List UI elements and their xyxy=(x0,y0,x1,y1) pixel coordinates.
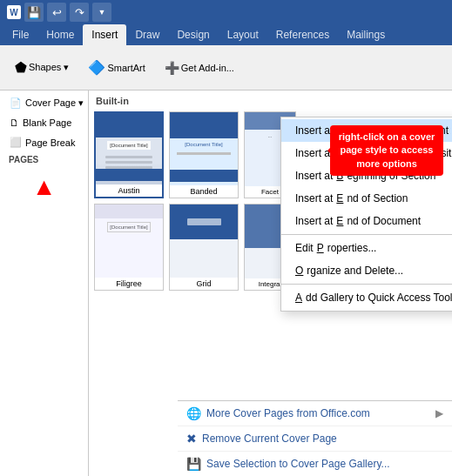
save-selection-item[interactable]: 💾 Save Selection to Cover Page Gallery..… xyxy=(178,452,452,476)
gallery-area: Built-in [Document Title] Austin [Docume… xyxy=(89,91,452,476)
more-pages-label: More Cover Pages from Office.com xyxy=(206,407,370,419)
grid-title-line xyxy=(187,218,221,225)
undo-button[interactable]: ↩ xyxy=(47,3,66,22)
austin-title: [Document Title] xyxy=(107,141,150,150)
filigree-label: Filigree xyxy=(95,278,163,290)
ctx-add-gallery[interactable]: Add Gallery to Quick Access Toolbar xyxy=(281,286,452,309)
facet-title: ... xyxy=(268,133,272,138)
blank-page-button[interactable]: 🗋 Blank Page xyxy=(3,114,84,131)
arrow-indicator: ▲ xyxy=(3,175,84,199)
tab-design[interactable]: Design xyxy=(168,24,218,45)
get-addins-button[interactable]: ➕ Get Add-in... xyxy=(157,57,242,79)
austin-label: Austin xyxy=(96,184,162,197)
cover-thumb-grid[interactable]: Grid xyxy=(169,204,239,291)
remove-icon: ✖ xyxy=(186,432,197,446)
banded-line xyxy=(177,152,231,155)
tooltip-text: right-click on a cover page style to acc… xyxy=(339,131,435,169)
remove-cover-page-item[interactable]: ✖ Remove Current Cover Page xyxy=(178,426,452,452)
tab-mailings[interactable]: Mailings xyxy=(338,24,394,45)
remove-label: Remove Current Cover Page xyxy=(202,432,337,445)
cover-page-button[interactable]: 📄 Cover Page ▾ xyxy=(3,94,84,112)
pages-group-label: Pages xyxy=(3,153,84,166)
blank-page-icon: 🗋 xyxy=(10,117,19,128)
cover-thumb-austin[interactable]: [Document Title] Austin xyxy=(94,111,164,198)
shapes-icon: ⬟ xyxy=(15,59,27,76)
tab-file[interactable]: File xyxy=(3,24,37,45)
blank-page-label: Blank Page xyxy=(23,117,71,128)
banded-label: Banded xyxy=(170,185,238,198)
filigree-title: [Document Title] xyxy=(107,222,150,232)
page-break-label: Page Break xyxy=(25,137,75,148)
austin-header xyxy=(96,113,162,137)
cover-thumb-banded[interactable]: [Document Title] Banded xyxy=(169,111,239,198)
gallery-section-label: Built-in xyxy=(94,96,447,106)
smartart-icon: 🔷 xyxy=(88,59,105,76)
ctx-organize-delete[interactable]: Organize and Delete... xyxy=(281,259,452,282)
ctx-separator-2 xyxy=(281,284,452,285)
addins-label: Get Add-in... xyxy=(181,63,234,73)
smartart-button[interactable]: 🔷 SmartArt xyxy=(80,55,152,80)
shapes-button[interactable]: ⬟ Shapes ▾ xyxy=(7,55,77,80)
tab-home[interactable]: Home xyxy=(37,24,83,45)
filigree-header xyxy=(95,204,163,218)
austin-line-1 xyxy=(105,156,152,158)
customize-qat-button[interactable]: ▼ xyxy=(92,3,111,22)
grid-header xyxy=(170,204,238,239)
cover-page-icon: 📄 xyxy=(10,97,22,109)
more-cover-pages-item[interactable]: 🌐 More Cover Pages from Office.com ▶ xyxy=(178,401,452,426)
smartart-label: SmartArt xyxy=(107,63,145,73)
ribbon-body: ⬟ Shapes ▾ 🔷 SmartArt ➕ Get Add-in... xyxy=(0,45,452,91)
austin-line-2 xyxy=(105,161,152,164)
ctx-insert-end-section[interactable]: Insert at End of Section xyxy=(281,187,452,210)
more-pages-icon: 🌐 xyxy=(186,406,201,420)
grid-blocks xyxy=(203,243,205,269)
tab-insert[interactable]: Insert xyxy=(83,24,126,45)
banded-title: [Document Title] xyxy=(185,142,222,147)
left-sidebar: 📄 Cover Page ▾ 🗋 Blank Page ⬜ Page Break… xyxy=(0,91,89,476)
ribbon-tabs: File Home Insert Draw Design Layout Refe… xyxy=(0,24,452,45)
bottom-bar: 🌐 More Cover Pages from Office.com ▶ ✖ R… xyxy=(178,400,452,476)
red-arrow-icon: ▲ xyxy=(32,175,57,199)
cover-thumb-filigree[interactable]: [Document Title] Filigree xyxy=(94,204,164,291)
redo-button[interactable]: ↷ xyxy=(70,3,89,22)
cover-page-label: Cover Page ▾ xyxy=(25,97,84,109)
banded-header xyxy=(170,112,238,138)
shapes-label: Shapes ▾ xyxy=(29,62,69,73)
austin-footer xyxy=(96,169,162,181)
ctx-separator-1 xyxy=(281,234,452,235)
save-sel-icon: 💾 xyxy=(186,457,201,471)
tab-references[interactable]: References xyxy=(267,24,338,45)
save-sel-label: Save Selection to Cover Page Gallery... xyxy=(206,458,390,470)
austin-text-block xyxy=(105,155,152,169)
word-icon: W xyxy=(7,5,21,19)
tooltip-balloon: right-click on a cover page style to acc… xyxy=(330,125,443,176)
banded-footer xyxy=(170,170,238,182)
grid-label: Grid xyxy=(170,278,238,290)
addins-icon: ➕ xyxy=(165,61,179,75)
main-content: 📄 Cover Page ▾ 🗋 Blank Page ⬜ Page Break… xyxy=(0,91,452,476)
ctx-edit-properties[interactable]: Edit Properties... xyxy=(281,237,452,259)
page-break-icon: ⬜ xyxy=(10,137,22,148)
tab-layout[interactable]: Layout xyxy=(219,24,267,45)
page-break-button[interactable]: ⬜ Page Break xyxy=(3,133,84,151)
save-button[interactable]: 💾 xyxy=(24,3,44,22)
ctx-insert-end-doc[interactable]: Insert at End of Document xyxy=(281,210,452,232)
title-bar: W 💾 ↩ ↷ ▼ xyxy=(0,0,452,24)
more-pages-arrow: ▶ xyxy=(435,407,443,419)
tab-draw[interactable]: Draw xyxy=(126,24,168,45)
